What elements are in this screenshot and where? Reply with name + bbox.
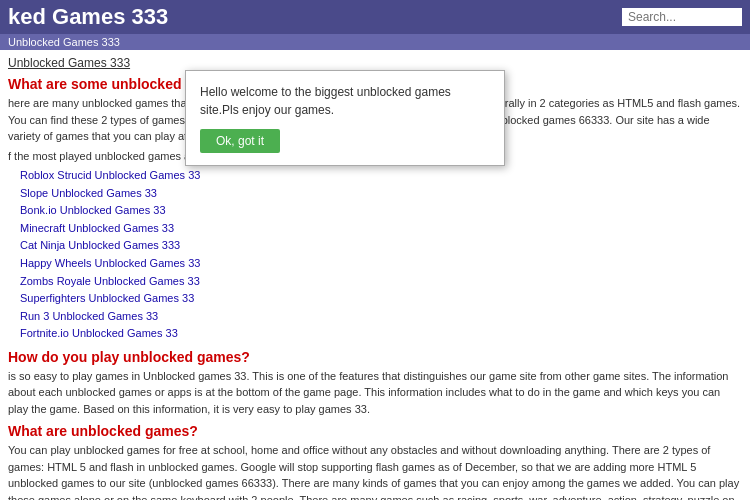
section2-title: How do you play unblocked games? (8, 349, 742, 365)
section-how-to-play: How do you play unblocked games? is so e… (8, 349, 742, 418)
breadcrumb[interactable]: Unblocked Games 333 (8, 56, 742, 70)
modal-dialog: Hello welcome to the biggest unblocked g… (185, 70, 505, 166)
list-item[interactable]: Bonk.io Unblocked Games 33 (20, 202, 742, 220)
list-item[interactable]: Fortnite.io Unblocked Games 33 (20, 325, 742, 343)
search-input[interactable] (622, 8, 742, 26)
list-item[interactable]: Happy Wheels Unblocked Games 33 (20, 255, 742, 273)
game-list: Roblox Strucid Unblocked Games 33 Slope … (20, 167, 742, 343)
nav-link-home[interactable]: Unblocked Games 333 (8, 36, 120, 48)
header: ked Games 333 (0, 0, 750, 34)
list-item[interactable]: Roblox Strucid Unblocked Games 33 (20, 167, 742, 185)
list-item[interactable]: Zombs Royale Unblocked Games 33 (20, 273, 742, 291)
header-title: ked Games 333 (8, 4, 168, 30)
list-item[interactable]: Run 3 Unblocked Games 33 (20, 308, 742, 326)
section3-text: You can play unblocked games for free at… (8, 442, 742, 500)
list-item[interactable]: Slope Unblocked Games 33 (20, 185, 742, 203)
list-item[interactable]: Superfighters Unblocked Games 33 (20, 290, 742, 308)
section-what-are: What are unblocked games? You can play u… (8, 423, 742, 500)
list-item[interactable]: Minecraft Unblocked Games 33 (20, 220, 742, 238)
nav-bar: Unblocked Games 333 (0, 34, 750, 50)
list-item[interactable]: Cat Ninja Unblocked Games 333 (20, 237, 742, 255)
section2-text: is so easy to play games in Unblocked ga… (8, 368, 742, 418)
modal-ok-button[interactable]: Ok, got it (200, 129, 280, 153)
content-area: Hello welcome to the biggest unblocked g… (0, 50, 750, 500)
section3-title: What are unblocked games? (8, 423, 742, 439)
modal-text: Hello welcome to the biggest unblocked g… (200, 83, 490, 119)
